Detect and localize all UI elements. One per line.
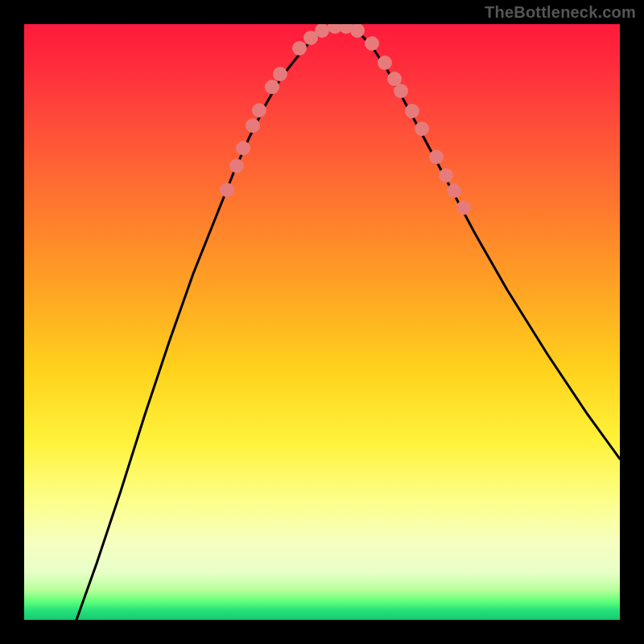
bottleneck-curve — [76, 27, 620, 620]
highlight-dot — [365, 36, 379, 51]
chart-svg — [24, 24, 620, 620]
highlight-dot — [229, 159, 244, 173]
highlight-dot — [292, 41, 307, 56]
highlight-dot — [456, 200, 471, 215]
highlight-dot — [252, 103, 266, 118]
highlight-dot — [447, 184, 461, 198]
watermark-text: TheBottleneck.com — [485, 3, 636, 22]
highlight-dot — [394, 84, 408, 98]
highlight-dot — [265, 80, 279, 94]
highlight-dot — [378, 56, 392, 70]
highlight-dot — [405, 104, 419, 118]
highlight-dot — [273, 67, 287, 81]
highlight-dot — [236, 141, 250, 155]
highlight-dot — [220, 183, 234, 197]
highlight-dot — [439, 168, 453, 183]
highlight-dot — [246, 118, 260, 133]
chart-frame: TheBottleneck.com — [0, 0, 644, 644]
highlight-dot — [429, 150, 444, 164]
highlight-dot — [415, 122, 429, 136]
